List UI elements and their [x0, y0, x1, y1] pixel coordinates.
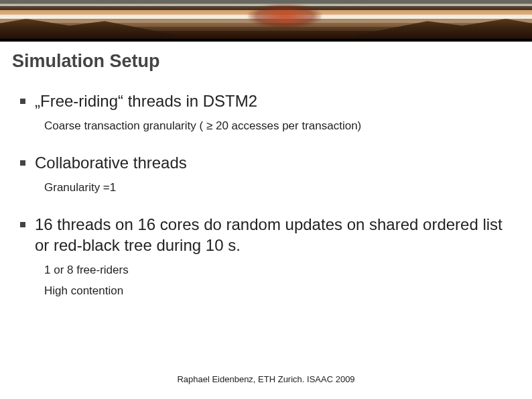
- bullet-head: 16 threads on 16 cores do random updates…: [20, 214, 520, 255]
- slide-footer: Raphael Eidenbenz, ETH Zurich. ISAAC 200…: [0, 374, 532, 384]
- slide-content: Simulation Setup „Free-riding“ threads i…: [0, 42, 532, 299]
- bullet-item: Collaborative threads Granularity =1: [12, 152, 520, 196]
- bullet-head: „Free-riding“ threads in DSTM2: [20, 91, 520, 111]
- bullet-item: 16 threads on 16 cores do random updates…: [12, 214, 520, 300]
- bullet-text: Collaborative threads: [35, 152, 187, 173]
- slide-title: Simulation Setup: [12, 51, 520, 72]
- sub-bullet-text: Coarse transaction granularity ( ≥ 20 ac…: [44, 118, 520, 135]
- bullet-head: Collaborative threads: [20, 152, 520, 173]
- sub-bullet-text: 1 or 8 free-riders: [44, 262, 520, 279]
- square-bullet-icon: [20, 222, 25, 227]
- banner-image: [0, 0, 532, 42]
- sub-bullet-text: Granularity =1: [44, 180, 520, 196]
- bullet-item: „Free-riding“ threads in DSTM2 Coarse tr…: [12, 91, 520, 135]
- square-bullet-icon: [20, 99, 25, 104]
- bullet-text: 16 threads on 16 cores do random updates…: [35, 214, 520, 255]
- bullet-text: „Free-riding“ threads in DSTM2: [35, 91, 257, 111]
- square-bullet-icon: [20, 160, 25, 166]
- sub-bullet-text: High contention: [44, 283, 520, 300]
